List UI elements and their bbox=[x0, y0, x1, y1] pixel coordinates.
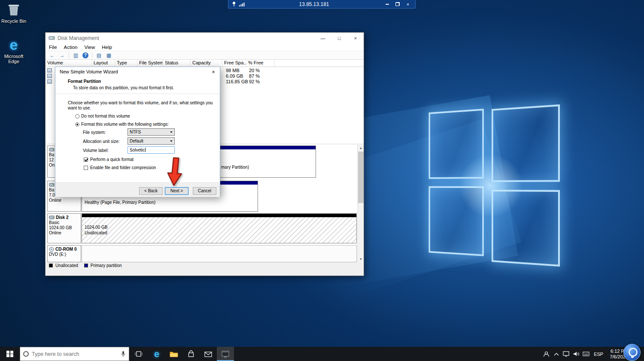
compression-label[interactable]: Enable file and folder compression bbox=[90, 165, 156, 170]
floating-badge[interactable] bbox=[623, 344, 641, 361]
back-icon[interactable]: ← bbox=[49, 52, 55, 58]
disk-icon bbox=[49, 147, 55, 152]
compression-checkbox[interactable] bbox=[84, 166, 88, 170]
radio-do-not-format-label[interactable]: Do not format this volume bbox=[81, 114, 130, 118]
unallocated-stripe bbox=[82, 214, 356, 217]
disk-icon bbox=[49, 182, 55, 187]
window-close-button[interactable]: × bbox=[347, 33, 364, 43]
pin-icon[interactable] bbox=[232, 1, 236, 7]
scroll-up-arrow[interactable]: ▲ bbox=[358, 145, 364, 151]
rdp-close-button[interactable]: × bbox=[404, 1, 412, 8]
search-icon bbox=[23, 351, 29, 357]
connection-quality-icon bbox=[239, 2, 245, 7]
toolbar-separator bbox=[92, 52, 92, 58]
quick-format-checkbox[interactable] bbox=[84, 158, 88, 162]
taskbar-store-button[interactable] bbox=[182, 347, 200, 361]
taskbar-disk-management-button[interactable] bbox=[217, 347, 234, 361]
desktop-icon-edge[interactable]: e Microsoft Edge bbox=[1, 38, 27, 64]
column-type[interactable]: Type bbox=[115, 60, 137, 67]
legend-unallocated-swatch bbox=[49, 264, 53, 267]
start-button[interactable] bbox=[0, 347, 20, 361]
radio-format-volume[interactable] bbox=[75, 122, 79, 127]
radio-do-not-format[interactable] bbox=[75, 114, 79, 118]
disk0-partition-status: mary Partition) bbox=[221, 165, 249, 170]
forward-icon[interactable]: → bbox=[59, 52, 65, 58]
column-capacity[interactable]: Capacity bbox=[191, 60, 222, 67]
disk2-partition-unallocated[interactable]: 1024.00 GB Unallocated bbox=[82, 213, 357, 243]
allocation-unit-select[interactable]: Default bbox=[128, 137, 175, 145]
pct-free-value: 92 % bbox=[249, 79, 260, 84]
cdrom-label[interactable]: CD-ROM 0 DVD (E:) bbox=[47, 245, 81, 262]
people-icon[interactable] bbox=[541, 347, 551, 361]
cdrom-name: CD-ROM 0 bbox=[55, 247, 76, 252]
column-filler bbox=[275, 60, 364, 67]
graphical-view-icon[interactable]: ▦ bbox=[106, 52, 112, 58]
help-icon[interactable]: ? bbox=[82, 52, 88, 58]
red-arrow-annotation bbox=[165, 156, 187, 188]
allocation-unit-label: Allocation unit size: bbox=[83, 139, 120, 144]
task-view-button[interactable] bbox=[129, 347, 148, 361]
volume-label-input[interactable]: Solvetic bbox=[128, 146, 175, 154]
rdp-connection-bar: 13.85.13.181 × bbox=[228, 0, 416, 9]
cd-icon bbox=[49, 247, 54, 252]
taskbar-search[interactable] bbox=[20, 347, 129, 361]
disk-management-app-icon bbox=[49, 35, 55, 41]
edge-icon: e bbox=[6, 38, 21, 52]
scroll-down-arrow[interactable]: ▼ bbox=[358, 256, 364, 262]
taskbar-edge-button[interactable]: e bbox=[148, 347, 165, 361]
network-icon[interactable] bbox=[561, 347, 571, 361]
rdp-minimize-button[interactable] bbox=[383, 1, 391, 8]
radio-format-volume-label[interactable]: Format this volume with the following se… bbox=[81, 122, 169, 127]
language-indicator[interactable]: ESP bbox=[591, 352, 606, 357]
legend-bar: Unallocated Primary partition bbox=[46, 262, 364, 268]
back-button[interactable]: < Back bbox=[139, 187, 163, 195]
column-volume[interactable]: Volume bbox=[46, 60, 92, 67]
cancel-button[interactable]: Cancel bbox=[193, 187, 216, 195]
column-status[interactable]: Status bbox=[163, 60, 191, 67]
window-maximize-button[interactable]: □ bbox=[331, 33, 347, 43]
taskbar: e bbox=[0, 347, 644, 361]
free-space-value: 98 MB bbox=[226, 68, 240, 73]
volume-icon bbox=[47, 74, 52, 78]
menu-view[interactable]: View bbox=[81, 45, 99, 50]
legend-primary-swatch bbox=[84, 264, 88, 267]
wizard-intro-text: Choose whether you want to format this v… bbox=[68, 100, 215, 111]
disk1-partition-status: Healthy (Page File, Primary Partition) bbox=[85, 200, 155, 205]
touch-keyboard-icon[interactable] bbox=[581, 347, 591, 361]
disk2-line: Basic bbox=[49, 220, 79, 225]
column-layout[interactable]: Layout bbox=[92, 60, 115, 67]
console-tree-icon[interactable]: ▥ bbox=[73, 52, 79, 58]
tray-expand-chevron-icon[interactable] bbox=[551, 347, 561, 361]
vertical-scrollbar[interactable]: ▲ ▼ bbox=[357, 145, 364, 262]
quick-format-label[interactable]: Perform a quick format bbox=[90, 157, 134, 162]
toolbar: ← → ▥ ? ▤ ▦ bbox=[46, 51, 364, 60]
export-list-icon[interactable]: ▤ bbox=[96, 52, 102, 58]
scrollbar-thumb[interactable] bbox=[358, 152, 364, 203]
toolbar-separator bbox=[69, 52, 69, 58]
taskbar-file-explorer-button[interactable] bbox=[165, 347, 182, 361]
menu-file[interactable]: File bbox=[46, 45, 61, 50]
file-system-label: File system: bbox=[83, 130, 106, 135]
edge-label: Microsoft Edge bbox=[1, 54, 27, 64]
column-file-system[interactable]: File System bbox=[137, 60, 163, 67]
window-titlebar: Disk Management — □ × bbox=[46, 33, 364, 43]
taskbar-mail-button[interactable] bbox=[200, 347, 217, 361]
file-system-select[interactable]: NTFS bbox=[128, 128, 175, 136]
cdrom-area[interactable] bbox=[82, 245, 357, 262]
desktop-icon-recycle-bin[interactable]: Recycle Bin bbox=[1, 3, 27, 24]
column-pct-free[interactable]: % Free bbox=[246, 60, 275, 67]
column-free-space[interactable]: Free Spa... bbox=[222, 60, 246, 67]
next-button[interactable]: Next > bbox=[165, 187, 188, 195]
window-minimize-button[interactable]: — bbox=[315, 33, 331, 43]
rdp-restore-button[interactable] bbox=[394, 1, 401, 8]
menu-help[interactable]: Help bbox=[98, 45, 115, 50]
microphone-icon[interactable] bbox=[121, 351, 126, 358]
volume-speaker-icon[interactable] bbox=[571, 347, 581, 361]
wizard-heading: Format Partition bbox=[68, 79, 101, 84]
wizard-close-button[interactable]: × bbox=[209, 68, 218, 76]
search-input[interactable] bbox=[32, 351, 118, 357]
disk-icon bbox=[49, 215, 55, 220]
disk2-label[interactable]: Disk 2 Basic 1024.00 GB Online bbox=[47, 213, 81, 243]
edge-taskbar-icon: e bbox=[154, 349, 159, 359]
menu-action[interactable]: Action bbox=[61, 45, 81, 50]
